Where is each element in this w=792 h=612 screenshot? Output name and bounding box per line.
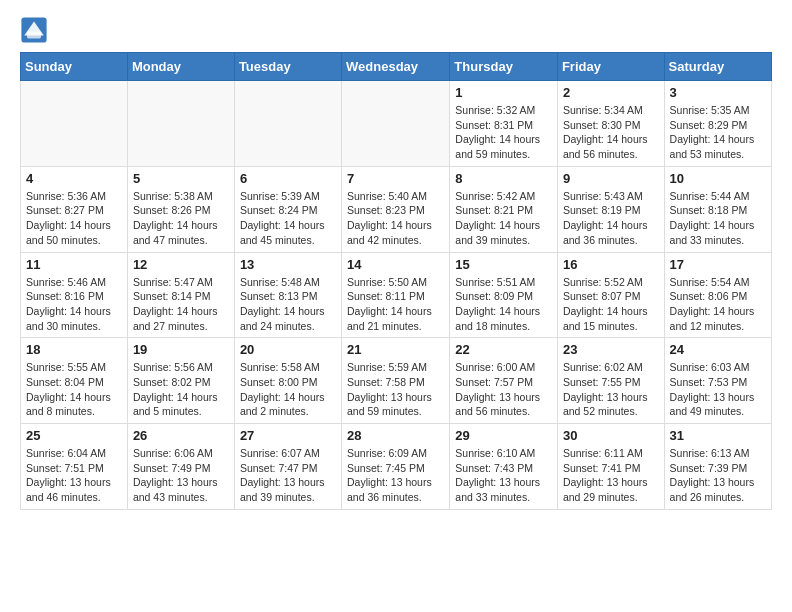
day-info: Sunrise: 5:58 AM Sunset: 8:00 PM Dayligh… <box>240 360 336 419</box>
day-info: Sunrise: 6:10 AM Sunset: 7:43 PM Dayligh… <box>455 446 552 505</box>
day-number: 19 <box>133 342 229 357</box>
day-info: Sunrise: 6:00 AM Sunset: 7:57 PM Dayligh… <box>455 360 552 419</box>
calendar-cell: 8Sunrise: 5:42 AM Sunset: 8:21 PM Daylig… <box>450 166 558 252</box>
day-info: Sunrise: 5:46 AM Sunset: 8:16 PM Dayligh… <box>26 275 122 334</box>
calendar-cell: 20Sunrise: 5:58 AM Sunset: 8:00 PM Dayli… <box>234 338 341 424</box>
day-info: Sunrise: 5:40 AM Sunset: 8:23 PM Dayligh… <box>347 189 444 248</box>
day-number: 13 <box>240 257 336 272</box>
calendar-cell <box>21 81 128 167</box>
calendar-cell: 29Sunrise: 6:10 AM Sunset: 7:43 PM Dayli… <box>450 424 558 510</box>
day-info: Sunrise: 5:54 AM Sunset: 8:06 PM Dayligh… <box>670 275 766 334</box>
calendar-week-1: 1Sunrise: 5:32 AM Sunset: 8:31 PM Daylig… <box>21 81 772 167</box>
calendar-cell: 9Sunrise: 5:43 AM Sunset: 8:19 PM Daylig… <box>557 166 664 252</box>
day-number: 10 <box>670 171 766 186</box>
day-number: 7 <box>347 171 444 186</box>
calendar-week-5: 25Sunrise: 6:04 AM Sunset: 7:51 PM Dayli… <box>21 424 772 510</box>
day-info: Sunrise: 5:55 AM Sunset: 8:04 PM Dayligh… <box>26 360 122 419</box>
day-info: Sunrise: 6:13 AM Sunset: 7:39 PM Dayligh… <box>670 446 766 505</box>
day-number: 30 <box>563 428 659 443</box>
day-number: 1 <box>455 85 552 100</box>
day-number: 5 <box>133 171 229 186</box>
calendar-cell: 24Sunrise: 6:03 AM Sunset: 7:53 PM Dayli… <box>664 338 771 424</box>
calendar-cell: 19Sunrise: 5:56 AM Sunset: 8:02 PM Dayli… <box>127 338 234 424</box>
calendar-cell: 14Sunrise: 5:50 AM Sunset: 8:11 PM Dayli… <box>342 252 450 338</box>
day-info: Sunrise: 6:02 AM Sunset: 7:55 PM Dayligh… <box>563 360 659 419</box>
day-number: 2 <box>563 85 659 100</box>
day-number: 14 <box>347 257 444 272</box>
calendar-week-4: 18Sunrise: 5:55 AM Sunset: 8:04 PM Dayli… <box>21 338 772 424</box>
calendar-cell: 3Sunrise: 5:35 AM Sunset: 8:29 PM Daylig… <box>664 81 771 167</box>
col-header-tuesday: Tuesday <box>234 53 341 81</box>
day-info: Sunrise: 6:07 AM Sunset: 7:47 PM Dayligh… <box>240 446 336 505</box>
day-info: Sunrise: 6:11 AM Sunset: 7:41 PM Dayligh… <box>563 446 659 505</box>
day-info: Sunrise: 5:48 AM Sunset: 8:13 PM Dayligh… <box>240 275 336 334</box>
day-number: 25 <box>26 428 122 443</box>
calendar-cell <box>127 81 234 167</box>
day-info: Sunrise: 6:09 AM Sunset: 7:45 PM Dayligh… <box>347 446 444 505</box>
day-info: Sunrise: 5:36 AM Sunset: 8:27 PM Dayligh… <box>26 189 122 248</box>
page-header <box>20 16 772 44</box>
day-info: Sunrise: 6:06 AM Sunset: 7:49 PM Dayligh… <box>133 446 229 505</box>
calendar-cell: 30Sunrise: 6:11 AM Sunset: 7:41 PM Dayli… <box>557 424 664 510</box>
calendar-cell: 18Sunrise: 5:55 AM Sunset: 8:04 PM Dayli… <box>21 338 128 424</box>
day-number: 3 <box>670 85 766 100</box>
day-number: 31 <box>670 428 766 443</box>
calendar-cell: 27Sunrise: 6:07 AM Sunset: 7:47 PM Dayli… <box>234 424 341 510</box>
day-info: Sunrise: 5:32 AM Sunset: 8:31 PM Dayligh… <box>455 103 552 162</box>
day-number: 27 <box>240 428 336 443</box>
calendar-cell: 13Sunrise: 5:48 AM Sunset: 8:13 PM Dayli… <box>234 252 341 338</box>
day-number: 17 <box>670 257 766 272</box>
day-info: Sunrise: 6:03 AM Sunset: 7:53 PM Dayligh… <box>670 360 766 419</box>
day-info: Sunrise: 5:44 AM Sunset: 8:18 PM Dayligh… <box>670 189 766 248</box>
day-number: 24 <box>670 342 766 357</box>
day-number: 16 <box>563 257 659 272</box>
calendar-cell: 4Sunrise: 5:36 AM Sunset: 8:27 PM Daylig… <box>21 166 128 252</box>
calendar-cell: 22Sunrise: 6:00 AM Sunset: 7:57 PM Dayli… <box>450 338 558 424</box>
calendar-cell <box>234 81 341 167</box>
day-number: 21 <box>347 342 444 357</box>
day-number: 4 <box>26 171 122 186</box>
svg-rect-2 <box>27 31 41 38</box>
day-number: 28 <box>347 428 444 443</box>
calendar-cell: 28Sunrise: 6:09 AM Sunset: 7:45 PM Dayli… <box>342 424 450 510</box>
day-number: 29 <box>455 428 552 443</box>
col-header-sunday: Sunday <box>21 53 128 81</box>
calendar-cell: 5Sunrise: 5:38 AM Sunset: 8:26 PM Daylig… <box>127 166 234 252</box>
calendar-cell: 17Sunrise: 5:54 AM Sunset: 8:06 PM Dayli… <box>664 252 771 338</box>
calendar-cell: 23Sunrise: 6:02 AM Sunset: 7:55 PM Dayli… <box>557 338 664 424</box>
day-info: Sunrise: 5:43 AM Sunset: 8:19 PM Dayligh… <box>563 189 659 248</box>
calendar-cell: 26Sunrise: 6:06 AM Sunset: 7:49 PM Dayli… <box>127 424 234 510</box>
calendar-cell: 15Sunrise: 5:51 AM Sunset: 8:09 PM Dayli… <box>450 252 558 338</box>
day-number: 18 <box>26 342 122 357</box>
calendar-cell: 6Sunrise: 5:39 AM Sunset: 8:24 PM Daylig… <box>234 166 341 252</box>
day-number: 6 <box>240 171 336 186</box>
day-info: Sunrise: 5:34 AM Sunset: 8:30 PM Dayligh… <box>563 103 659 162</box>
day-info: Sunrise: 6:04 AM Sunset: 7:51 PM Dayligh… <box>26 446 122 505</box>
day-number: 8 <box>455 171 552 186</box>
calendar-cell: 31Sunrise: 6:13 AM Sunset: 7:39 PM Dayli… <box>664 424 771 510</box>
calendar-week-3: 11Sunrise: 5:46 AM Sunset: 8:16 PM Dayli… <box>21 252 772 338</box>
day-info: Sunrise: 5:52 AM Sunset: 8:07 PM Dayligh… <box>563 275 659 334</box>
calendar-cell: 25Sunrise: 6:04 AM Sunset: 7:51 PM Dayli… <box>21 424 128 510</box>
calendar-cell: 7Sunrise: 5:40 AM Sunset: 8:23 PM Daylig… <box>342 166 450 252</box>
day-info: Sunrise: 5:59 AM Sunset: 7:58 PM Dayligh… <box>347 360 444 419</box>
day-number: 26 <box>133 428 229 443</box>
logo <box>20 16 52 44</box>
calendar-cell: 2Sunrise: 5:34 AM Sunset: 8:30 PM Daylig… <box>557 81 664 167</box>
col-header-friday: Friday <box>557 53 664 81</box>
col-header-saturday: Saturday <box>664 53 771 81</box>
calendar-header-row: SundayMondayTuesdayWednesdayThursdayFrid… <box>21 53 772 81</box>
day-number: 12 <box>133 257 229 272</box>
day-info: Sunrise: 5:39 AM Sunset: 8:24 PM Dayligh… <box>240 189 336 248</box>
calendar-cell: 1Sunrise: 5:32 AM Sunset: 8:31 PM Daylig… <box>450 81 558 167</box>
day-number: 22 <box>455 342 552 357</box>
day-info: Sunrise: 5:38 AM Sunset: 8:26 PM Dayligh… <box>133 189 229 248</box>
logo-icon <box>20 16 48 44</box>
col-header-monday: Monday <box>127 53 234 81</box>
col-header-wednesday: Wednesday <box>342 53 450 81</box>
calendar-cell: 21Sunrise: 5:59 AM Sunset: 7:58 PM Dayli… <box>342 338 450 424</box>
day-info: Sunrise: 5:50 AM Sunset: 8:11 PM Dayligh… <box>347 275 444 334</box>
day-number: 11 <box>26 257 122 272</box>
col-header-thursday: Thursday <box>450 53 558 81</box>
day-number: 23 <box>563 342 659 357</box>
